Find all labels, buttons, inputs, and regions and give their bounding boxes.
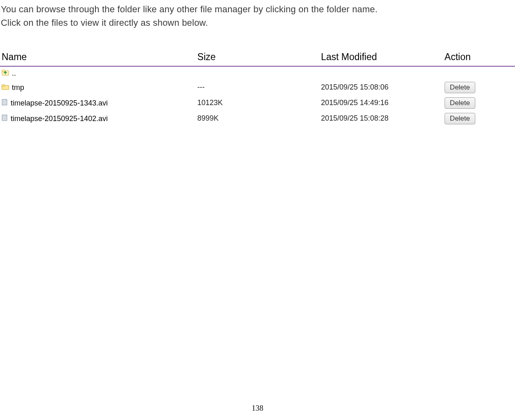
modified-cell: 2015/09/25 14:49:16	[319, 95, 443, 111]
header-action: Action	[443, 49, 515, 66]
svg-rect-3	[2, 85, 5, 86]
folder-link[interactable]: tmp	[12, 83, 24, 92]
page-number: 138	[0, 404, 515, 413]
table-row: tmp --- 2015/09/25 15:08:06 Delete	[0, 80, 515, 95]
header-modified: Last Modified	[319, 49, 443, 66]
file-link[interactable]: timelapse-20150925-1402.avi	[11, 115, 108, 123]
up-row[interactable]: ..	[0, 66, 515, 80]
table-row: timelapse-20150925-1343.avi 10123K 2015/…	[0, 95, 515, 111]
delete-button[interactable]: Delete	[445, 113, 475, 124]
modified-cell: 2015/09/25 15:08:06	[319, 80, 443, 95]
delete-button[interactable]: Delete	[445, 97, 475, 109]
intro-text: You can browse through the folder like a…	[0, 0, 515, 29]
size-cell: 8999K	[196, 111, 319, 126]
intro-line-1: You can browse through the folder like a…	[1, 2, 515, 16]
folder-icon	[2, 83, 9, 92]
header-size: Size	[196, 49, 319, 66]
up-link[interactable]: ..	[12, 69, 16, 77]
size-cell: ---	[196, 80, 319, 95]
table-row: timelapse-20150925-1402.avi 8999K 2015/0…	[0, 111, 515, 126]
header-name: Name	[0, 49, 196, 66]
svg-rect-1	[2, 70, 5, 72]
file-icon	[2, 99, 8, 108]
modified-cell: 2015/09/25 15:08:28	[319, 111, 443, 126]
up-folder-icon	[2, 69, 9, 78]
file-link[interactable]: timelapse-20150925-1343.avi	[11, 99, 108, 107]
file-icon	[2, 115, 8, 123]
file-table: Name Size Last Modified Action ..	[0, 49, 515, 126]
intro-line-2: Click on the files to view it directly a…	[1, 16, 515, 29]
size-cell: 10123K	[196, 95, 319, 111]
delete-button[interactable]: Delete	[445, 82, 475, 93]
